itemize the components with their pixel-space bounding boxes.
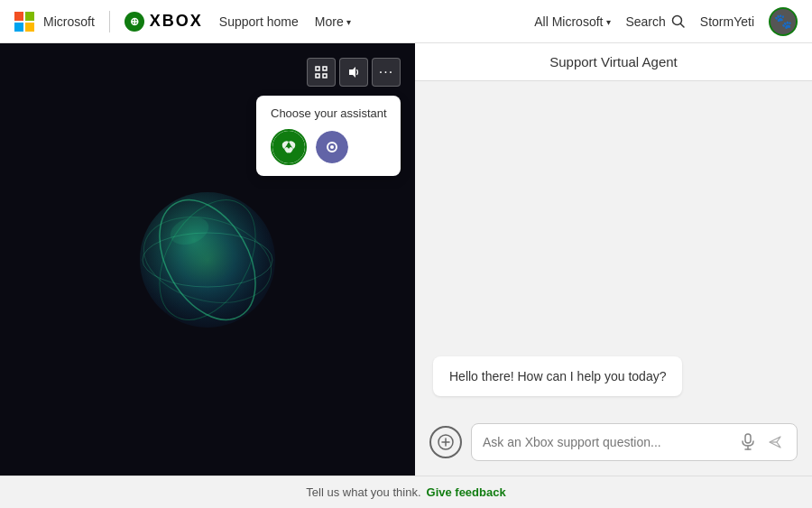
cortana-assistant-icon — [316, 131, 348, 163]
all-microsoft-chevron-icon: ▾ — [606, 17, 611, 27]
footer: Tell us what you think. Give feedback — [0, 476, 812, 508]
right-panel: Support Virtual Agent Hello there! How c… — [415, 43, 812, 476]
header-left: Microsoft ⊕ XBOX Support home More ▾ — [14, 11, 523, 32]
fullscreen-button[interactable] — [307, 58, 336, 87]
xbox-assistant-icon — [272, 131, 305, 163]
svg-point-7 — [280, 138, 298, 156]
feedback-text: Tell us what you think. — [306, 485, 420, 499]
search-button[interactable]: Search — [625, 14, 685, 29]
chevron-down-icon: ▾ — [346, 17, 351, 27]
give-feedback-link[interactable]: Give feedback — [427, 485, 506, 499]
send-button[interactable] — [764, 431, 786, 453]
nav-more[interactable]: More ▾ — [315, 14, 351, 29]
xbox-wordmark: XBOX — [150, 12, 203, 31]
search-icon — [671, 14, 686, 29]
greeting-message: Hello there! How can I help you today? — [433, 356, 682, 396]
svg-point-10 — [330, 145, 334, 149]
xbox-x-icon: ⊕ — [130, 15, 139, 28]
nav-support-home[interactable]: Support home — [212, 14, 306, 29]
microphone-button[interactable] — [739, 433, 757, 451]
xbox-logo[interactable]: ⊕ XBOX — [125, 12, 203, 32]
orb-svg — [135, 188, 280, 332]
chat-input-wrapper — [471, 423, 798, 461]
chat-messages: Hello there! How can I help you today? — [415, 81, 812, 414]
svg-marker-6 — [349, 67, 355, 78]
header-right: All Microsoft ▾ Search StormYeti 🐾 — [534, 7, 798, 36]
avatar-inner: 🐾 — [770, 9, 796, 34]
svg-rect-5 — [323, 74, 327, 78]
user-name: StormYeti — [700, 14, 754, 29]
send-icon — [768, 435, 782, 449]
header-divider — [109, 11, 110, 32]
mic-icon — [741, 433, 755, 451]
assistant-options — [271, 129, 386, 165]
main-content: ··· Choose your assistant — [0, 43, 812, 476]
chat-input[interactable] — [483, 435, 732, 449]
more-options-button[interactable]: ··· — [372, 58, 401, 87]
svg-rect-4 — [316, 74, 319, 78]
svg-rect-21 — [745, 434, 751, 443]
ellipsis-icon: ··· — [379, 65, 393, 79]
plus-circle-icon — [438, 434, 454, 450]
header: Microsoft ⊕ XBOX Support home More ▾ All… — [0, 0, 812, 43]
svg-point-12 — [140, 192, 275, 328]
agent-orb — [135, 188, 280, 332]
chat-header: Support Virtual Agent — [415, 43, 812, 81]
microsoft-logo[interactable] — [14, 12, 34, 32]
assistant-cortana[interactable] — [314, 129, 350, 165]
chat-input-area — [415, 414, 812, 476]
svg-line-1 — [680, 23, 684, 27]
choose-assistant-popup: Choose your assistant — [256, 96, 401, 176]
left-panel: ··· Choose your assistant — [0, 43, 415, 476]
all-microsoft-menu[interactable]: All Microsoft ▾ — [534, 14, 611, 29]
fullscreen-icon — [315, 66, 328, 79]
svg-rect-3 — [323, 67, 327, 70]
controls-bar: ··· — [307, 58, 401, 87]
avatar-icon: 🐾 — [774, 13, 792, 30]
speaker-icon — [347, 66, 360, 79]
svg-rect-2 — [316, 67, 319, 70]
assistant-xbox[interactable] — [271, 129, 307, 165]
add-attachment-button[interactable] — [429, 426, 462, 458]
mute-button[interactable] — [339, 58, 368, 87]
choose-assistant-title: Choose your assistant — [271, 106, 386, 120]
user-avatar[interactable]: 🐾 — [769, 7, 798, 36]
microsoft-wordmark: Microsoft — [43, 14, 95, 29]
xbox-circle-icon: ⊕ — [125, 12, 144, 32]
chat-header-title: Support Virtual Agent — [549, 54, 678, 69]
